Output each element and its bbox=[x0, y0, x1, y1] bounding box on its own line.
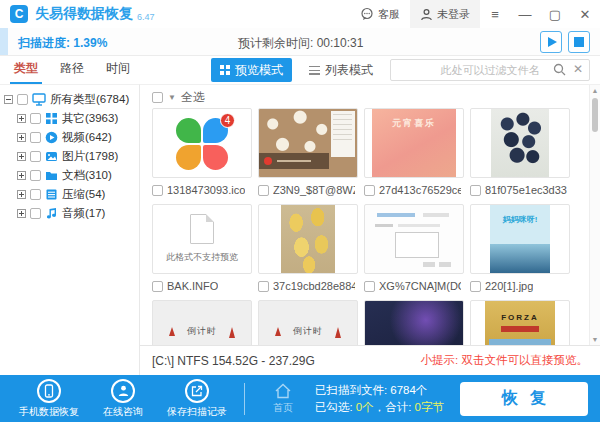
collapse-icon[interactable] bbox=[4, 95, 13, 104]
tree-item-all-types[interactable]: 所有类型(6784) bbox=[4, 90, 139, 109]
file-thumbnail[interactable]: FORZA bbox=[470, 300, 570, 345]
expand-icon[interactable] bbox=[17, 133, 26, 142]
file-checkbox[interactable] bbox=[364, 281, 375, 292]
tree-item-video[interactable]: 视频(642) bbox=[4, 128, 139, 147]
file-checkbox[interactable] bbox=[364, 185, 375, 196]
file-card[interactable]: FORZA bbox=[470, 300, 570, 345]
clear-filter-icon[interactable]: ✕ bbox=[573, 62, 583, 76]
maximize-button[interactable]: ▢ bbox=[540, 7, 570, 22]
home-button[interactable]: 首页 bbox=[255, 383, 311, 415]
resume-scan-button[interactable] bbox=[540, 31, 562, 53]
file-thumbnail[interactable] bbox=[258, 204, 358, 274]
scan-stats: 已扫描到文件: 6784个 已勾选: 0个，合计: 0字节 bbox=[315, 382, 444, 416]
phone-recovery-button[interactable]: 手机数据恢复 bbox=[12, 379, 86, 419]
poster-title: FORZA bbox=[471, 313, 569, 322]
file-thumbnail[interactable]: 此格式不支持预览 bbox=[152, 204, 252, 274]
file-name: XG%7CNA]M(DGO... bbox=[379, 280, 461, 292]
checked-value: 0个 bbox=[356, 401, 374, 413]
file-card[interactable]: 37c19cbd28e884af... bbox=[258, 204, 358, 292]
minimize-button[interactable]: — bbox=[510, 7, 540, 22]
tabbar: 类型 路径 时间 预览模式 列表模式 ✕ bbox=[0, 56, 600, 84]
tree-checkbox[interactable] bbox=[17, 94, 28, 105]
tree-checkbox[interactable] bbox=[30, 208, 41, 219]
stop-scan-button[interactable] bbox=[568, 31, 590, 53]
expand-icon[interactable] bbox=[17, 152, 26, 161]
search-icon[interactable] bbox=[553, 63, 566, 76]
poster-band-art bbox=[501, 326, 539, 332]
file-checkbox[interactable] bbox=[470, 185, 481, 196]
close-button[interactable]: ✕ bbox=[570, 7, 600, 22]
file-thumbnail[interactable]: 倒计时 bbox=[258, 300, 358, 345]
no-preview-label: 此格式不支持预览 bbox=[166, 251, 238, 264]
tree-item-label: 视频(642) bbox=[62, 130, 112, 145]
select-all-checkbox[interactable] bbox=[152, 92, 163, 103]
app-version: 6.47 bbox=[137, 12, 155, 22]
scroll-down-icon[interactable]: ▼ bbox=[590, 336, 600, 343]
scrollbar[interactable]: ▲ ▼ bbox=[589, 85, 600, 345]
file-grid: ▼ 全选 4 1318473093.ico bbox=[140, 84, 600, 345]
file-thumbnail[interactable]: 元宵喜乐 bbox=[364, 108, 464, 178]
recover-button[interactable]: 恢复 bbox=[460, 382, 588, 416]
bottombar: 手机数据恢复 在线咨询 保存扫描记录 首页 已扫描到文件: 6784个 已勾选:… bbox=[0, 375, 600, 422]
chevron-down-icon[interactable]: ▼ bbox=[168, 93, 176, 102]
tab-type[interactable]: 类型 bbox=[14, 60, 38, 81]
expand-icon[interactable] bbox=[17, 171, 26, 180]
scroll-up-icon[interactable]: ▲ bbox=[590, 87, 600, 94]
tree-checkbox[interactable] bbox=[30, 113, 41, 124]
action-label: 在线咨询 bbox=[103, 405, 143, 419]
phone-icon bbox=[43, 384, 55, 398]
tree-checkbox[interactable] bbox=[30, 189, 41, 200]
file-thumbnail[interactable]: 4 bbox=[152, 108, 252, 178]
tree-item-archive[interactable]: 压缩(54) bbox=[4, 185, 139, 204]
file-thumbnail[interactable] bbox=[364, 204, 464, 274]
file-card[interactable] bbox=[364, 300, 464, 345]
file-checkbox[interactable] bbox=[152, 281, 163, 292]
file-card[interactable]: 倒计时 bbox=[258, 300, 358, 345]
chat-panel-art bbox=[331, 111, 355, 157]
select-all-label: 全选 bbox=[181, 89, 205, 106]
file-thumbnail[interactable] bbox=[258, 108, 358, 178]
file-thumbnail[interactable]: 妈妈咪呀! bbox=[470, 204, 570, 274]
file-thumbnail[interactable] bbox=[470, 108, 570, 178]
file-checkbox[interactable] bbox=[470, 281, 481, 292]
file-card[interactable]: 4 1318473093.ico bbox=[152, 108, 252, 196]
tab-path[interactable]: 路径 bbox=[60, 60, 84, 81]
login-button[interactable]: 未登录 bbox=[410, 0, 480, 28]
file-card[interactable]: 此格式不支持预览 BAK.INFO bbox=[152, 204, 252, 292]
preview-mode-button[interactable]: 预览模式 bbox=[211, 58, 292, 82]
tree-item-image[interactable]: 图片(1798) bbox=[4, 147, 139, 166]
scrollbar-thumb[interactable] bbox=[592, 98, 598, 132]
list-mode-button[interactable]: 列表模式 bbox=[300, 58, 382, 82]
file-card[interactable]: 元宵喜乐 27d413c76529ce5... bbox=[364, 108, 464, 196]
file-checkbox[interactable] bbox=[152, 185, 163, 196]
tree-checkbox[interactable] bbox=[30, 132, 41, 143]
music-icon bbox=[45, 207, 58, 220]
tree-item-other[interactable]: 其它(3963) bbox=[4, 109, 139, 128]
tree-checkbox[interactable] bbox=[30, 151, 41, 162]
menu-button[interactable]: ≡ bbox=[480, 7, 510, 22]
file-card[interactable]: XG%7CNA]M(DGO... bbox=[364, 204, 464, 292]
file-card[interactable]: 倒计时 bbox=[152, 300, 252, 345]
file-card[interactable]: Z3N9_$8T@8WZ85... bbox=[258, 108, 358, 196]
file-card[interactable]: 81f075e1ec3d3383... bbox=[470, 108, 570, 196]
list-mode-label: 列表模式 bbox=[325, 62, 373, 79]
tree-item-audio[interactable]: 音频(17) bbox=[4, 204, 139, 223]
file-thumbnail[interactable]: 倒计时 bbox=[152, 300, 252, 345]
file-checkbox[interactable] bbox=[258, 185, 269, 196]
support-button[interactable]: 客服 bbox=[350, 0, 410, 28]
tree-item-document[interactable]: 文档(310) bbox=[4, 166, 139, 185]
grid-icon bbox=[45, 112, 58, 125]
expand-icon[interactable] bbox=[17, 190, 26, 199]
file-card[interactable]: 妈妈咪呀! 220[1].jpg bbox=[470, 204, 570, 292]
expand-icon[interactable] bbox=[17, 209, 26, 218]
save-scan-record-button[interactable]: 保存扫描记录 bbox=[160, 379, 234, 419]
tree-checkbox[interactable] bbox=[30, 170, 41, 181]
file-thumbnail[interactable] bbox=[364, 300, 464, 345]
notification-badge: 4 bbox=[220, 113, 235, 128]
action-label: 手机数据恢复 bbox=[19, 405, 79, 419]
tab-time[interactable]: 时间 bbox=[106, 60, 130, 81]
export-icon bbox=[191, 385, 203, 397]
file-checkbox[interactable] bbox=[258, 281, 269, 292]
expand-icon[interactable] bbox=[17, 114, 26, 123]
online-consult-button[interactable]: 在线咨询 bbox=[86, 379, 160, 419]
